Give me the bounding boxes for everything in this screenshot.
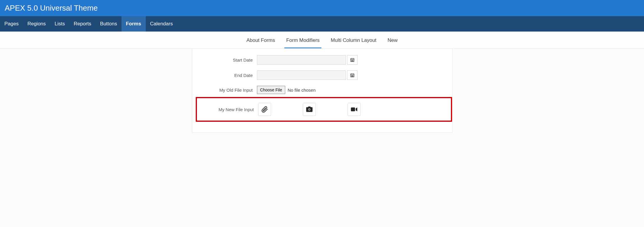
calendar-icon (350, 73, 355, 78)
svg-point-17 (351, 76, 351, 76)
svg-marker-23 (356, 108, 357, 111)
nav-forms[interactable]: Forms (122, 16, 146, 32)
camera-button[interactable] (303, 103, 316, 116)
paperclip-icon (261, 106, 268, 113)
label-start-date: Start Date (198, 57, 257, 62)
svg-point-18 (352, 76, 352, 76)
choose-file-button[interactable]: Choose File (257, 86, 286, 94)
field-start-date (257, 55, 358, 65)
svg-point-15 (352, 75, 352, 76)
field-new-file (258, 103, 361, 116)
label-new-file: My New File Input (199, 107, 258, 112)
svg-point-16 (353, 75, 353, 76)
label-end-date: End Date (198, 73, 257, 78)
svg-point-14 (351, 75, 351, 76)
nav-reports[interactable]: Reports (69, 16, 96, 32)
svg-point-7 (351, 61, 351, 61)
nav-buttons[interactable]: Buttons (96, 16, 122, 32)
camera-icon (306, 106, 313, 113)
form-card: Start Date (192, 49, 452, 133)
datepicker-end-date-button[interactable] (347, 70, 358, 80)
input-end-date[interactable] (257, 70, 346, 80)
nav-pages[interactable]: Pages (0, 16, 23, 32)
subnav-multi-column-layout[interactable]: Multi Column Layout (329, 35, 378, 48)
svg-point-8 (352, 61, 352, 61)
sub-nav: About Forms Form Modifiers Multi Column … (0, 32, 644, 48)
input-start-date[interactable] (257, 55, 346, 65)
row-start-date: Start Date (198, 55, 446, 65)
datepicker-start-date-button[interactable] (347, 55, 358, 65)
svg-point-4 (351, 60, 351, 60)
video-camera-icon (350, 106, 358, 113)
video-button[interactable] (348, 103, 361, 116)
field-old-file: Choose File No file chosen (257, 86, 316, 94)
row-new-file: My New File Input (197, 103, 451, 116)
highlighted-region: My New File Input (196, 97, 452, 122)
svg-point-6 (353, 60, 353, 60)
header-bar: APEX 5.0 Universal Theme (0, 0, 644, 16)
calendar-icon (350, 57, 355, 62)
row-old-file: My Old File Input Choose File No file ch… (198, 86, 446, 94)
field-end-date (257, 70, 358, 80)
app-title: APEX 5.0 Universal Theme (5, 4, 639, 13)
subnav-new[interactable]: New (386, 35, 399, 48)
row-end-date: End Date (198, 70, 446, 80)
subnav-form-modifiers[interactable]: Form Modifiers (284, 35, 321, 48)
nav-regions[interactable]: Regions (23, 16, 50, 32)
subnav-about-forms[interactable]: About Forms (245, 35, 277, 48)
svg-point-21 (308, 109, 310, 110)
svg-point-19 (353, 76, 353, 76)
nav-lists[interactable]: Lists (50, 16, 69, 32)
file-status-text: No file chosen (288, 88, 316, 93)
attach-file-button[interactable] (258, 103, 271, 116)
svg-rect-22 (351, 108, 355, 111)
svg-point-9 (353, 61, 353, 61)
sub-nav-region: About Forms Form Modifiers Multi Column … (0, 32, 644, 49)
content-region: Start Date (0, 49, 644, 133)
label-old-file: My Old File Input (198, 88, 257, 93)
svg-point-5 (352, 60, 352, 60)
primary-nav: Pages Regions Lists Reports Buttons Form… (0, 16, 644, 32)
nav-calendars[interactable]: Calendars (146, 16, 177, 32)
